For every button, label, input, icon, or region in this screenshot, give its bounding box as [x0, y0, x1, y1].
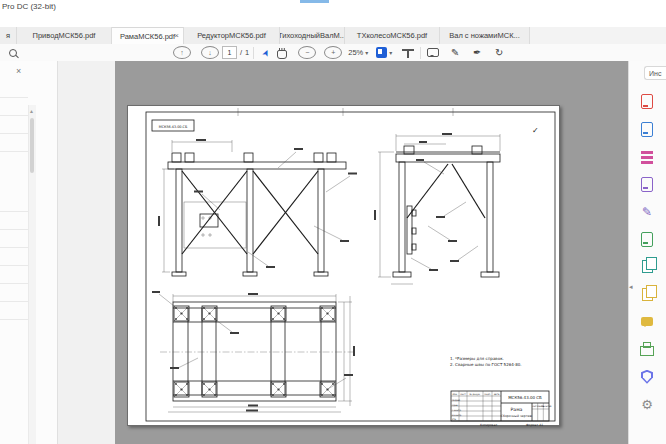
- comment-doc-icon: [641, 177, 653, 192]
- document-tab-bar: я × ПриводМСК56.pdf × РамаМСК56.pdf × Ре…: [0, 27, 666, 45]
- svg-text:Масштаб: Масштаб: [541, 405, 552, 408]
- share-icon[interactable]: ↻: [491, 45, 507, 60]
- svg-text:Формат A1: Формат A1: [526, 423, 543, 427]
- bookmark-item[interactable]: [0, 116, 28, 134]
- export-pdf-tool[interactable]: [628, 116, 666, 144]
- fit-page-button[interactable]: ▾: [376, 45, 392, 60]
- close-icon[interactable]: ×: [16, 66, 21, 76]
- zoom-in-button[interactable]: +: [324, 46, 342, 59]
- front-view: [158, 139, 357, 276]
- accent-strip: [300, 0, 329, 3]
- checkmark: ✓: [532, 126, 539, 135]
- next-page-button[interactable]: ↓: [201, 46, 219, 59]
- tools-list: ✎ ⚙: [628, 88, 666, 418]
- create-pdf-tool[interactable]: [628, 88, 666, 116]
- bookmark-item[interactable]: [0, 80, 28, 98]
- title-bar: Pro DC (32-bit): [0, 0, 666, 14]
- page-separator: /: [240, 48, 242, 57]
- bookmark-item[interactable]: [0, 284, 28, 302]
- tab-label: Вал с ножамиМСК...: [449, 31, 520, 40]
- organize-pages-icon: [642, 260, 653, 273]
- bookmark-item[interactable]: [0, 194, 28, 212]
- document-tab[interactable]: ТХколесоМСК56.pdf ×: [345, 27, 440, 44]
- svg-text:Копировал: Копировал: [480, 423, 497, 427]
- svg-text:МСК56.43.00 СБ: МСК56.43.00 СБ: [508, 395, 542, 400]
- svg-text:Разраб.: Разраб.: [452, 399, 461, 402]
- pencil-tool-icon[interactable]: ✎: [447, 45, 463, 60]
- combine-files-tool[interactable]: [628, 281, 666, 309]
- document-tab[interactable]: РедукторМСК56.pdf ×: [184, 27, 280, 44]
- secondary-panel: [58, 61, 116, 444]
- document-tab[interactable]: я ×: [0, 27, 17, 44]
- svg-text:Т.контр.: Т.контр.: [452, 409, 462, 412]
- plan-view: [152, 291, 355, 412]
- bookmark-item[interactable]: [0, 230, 28, 248]
- fill-sign-icon: ✎: [642, 205, 652, 219]
- menu-item[interactable]: [28, 14, 42, 15]
- bookmark-item[interactable]: [0, 134, 28, 152]
- convert-doc-tool[interactable]: [628, 226, 666, 254]
- page-number-input[interactable]: 1: [222, 46, 237, 59]
- document-tab[interactable]: Вал с ножамиМСК... ×: [440, 27, 530, 44]
- comment-icon: [641, 317, 653, 326]
- svg-text:Пров.: Пров.: [452, 404, 459, 407]
- document-tab[interactable]: ТихоходныйВалМ... ×: [280, 27, 345, 44]
- svg-text:Н.контр.: Н.контр.: [452, 414, 462, 417]
- hand-tool-icon[interactable]: [274, 45, 290, 60]
- bookmark-item[interactable]: [0, 248, 28, 266]
- menu-item[interactable]: [0, 14, 14, 15]
- engineering-drawing: МСК56.43.00.СБ ✓: [128, 106, 561, 427]
- stamp-box: МСК56.43.00.СБ: [152, 120, 194, 131]
- svg-text:Дата: Дата: [494, 393, 500, 396]
- organize-pages-tool[interactable]: [628, 253, 666, 281]
- comment-tool[interactable]: [628, 308, 666, 336]
- tab-label: РамаМСК56.pdf: [120, 32, 175, 41]
- technical-notes: 1. *Размеры для справок. 2. Сварные швы …: [450, 356, 522, 367]
- select-tool-icon[interactable]: ➤: [258, 45, 274, 60]
- fill-sign-tool[interactable]: ✎: [628, 198, 666, 226]
- svg-text:Изм.: Изм.: [452, 393, 457, 396]
- stamp-icon: [640, 346, 654, 356]
- edit-pdf-tool[interactable]: [628, 143, 666, 171]
- protect-tool[interactable]: [628, 363, 666, 391]
- svg-text:1. *Размеры для справок.: 1. *Размеры для справок.: [450, 356, 504, 361]
- previous-page-button[interactable]: ↑: [173, 46, 191, 59]
- document-tab[interactable]: ПриводМСК56.pdf ×: [17, 27, 112, 44]
- more-tools-tool[interactable]: ⚙: [628, 391, 666, 419]
- search-icon[interactable]: [5, 45, 21, 60]
- protect-icon: [641, 370, 653, 384]
- window-title: Pro DC (32-bit): [2, 2, 56, 11]
- tab-label: ТихоходныйВалМ...: [280, 31, 345, 40]
- bookmark-item[interactable]: [0, 98, 28, 116]
- sign-tool-icon[interactable]: ✒: [469, 45, 485, 60]
- tab-label: ПриводМСК56.pdf: [33, 31, 96, 40]
- chevron-down-icon: ▾: [365, 49, 368, 56]
- tools-panel-header: Инс: [644, 66, 666, 80]
- zoom-level-select[interactable]: 25%▾: [348, 45, 368, 60]
- bookmark-item[interactable]: [0, 266, 28, 284]
- combine-files-icon: [642, 288, 653, 301]
- comment-doc-tool[interactable]: [628, 171, 666, 199]
- menu-bar: [0, 14, 666, 27]
- stamp-tool[interactable]: [628, 336, 666, 364]
- bookmark-item[interactable]: [0, 212, 28, 230]
- document-tab[interactable]: РамаМСК56.pdf ×: [112, 27, 184, 44]
- convert-doc-icon: [641, 232, 653, 247]
- bookmark-item[interactable]: [0, 302, 28, 320]
- export-pdf-icon: [641, 122, 653, 137]
- main-toolbar: ↑ ↓ 1 / 1 ➤ − + 25%▾ ▾ ✎ ✒ ↻: [0, 44, 666, 62]
- page-total: 1: [245, 48, 249, 57]
- menu-item[interactable]: [42, 14, 56, 15]
- svg-text:Лист: Лист: [460, 393, 466, 396]
- scrollbar-thumb[interactable]: [30, 118, 34, 173]
- tab-label: я: [6, 31, 10, 40]
- menu-item[interactable]: [14, 14, 28, 15]
- tab-close-icon[interactable]: ×: [174, 31, 179, 40]
- scroll-up-icon[interactable]: ▲: [29, 108, 34, 114]
- svg-text:№ докум.: № докум.: [470, 393, 481, 396]
- comment-tool-icon[interactable]: [425, 45, 441, 60]
- side-view: [374, 133, 500, 284]
- zoom-out-button[interactable]: −: [298, 46, 316, 59]
- page-display-button[interactable]: [400, 45, 416, 60]
- svg-text:2. Сварные швы по ГОСТ 5264-80: 2. Сварные швы по ГОСТ 5264-80.: [450, 362, 522, 367]
